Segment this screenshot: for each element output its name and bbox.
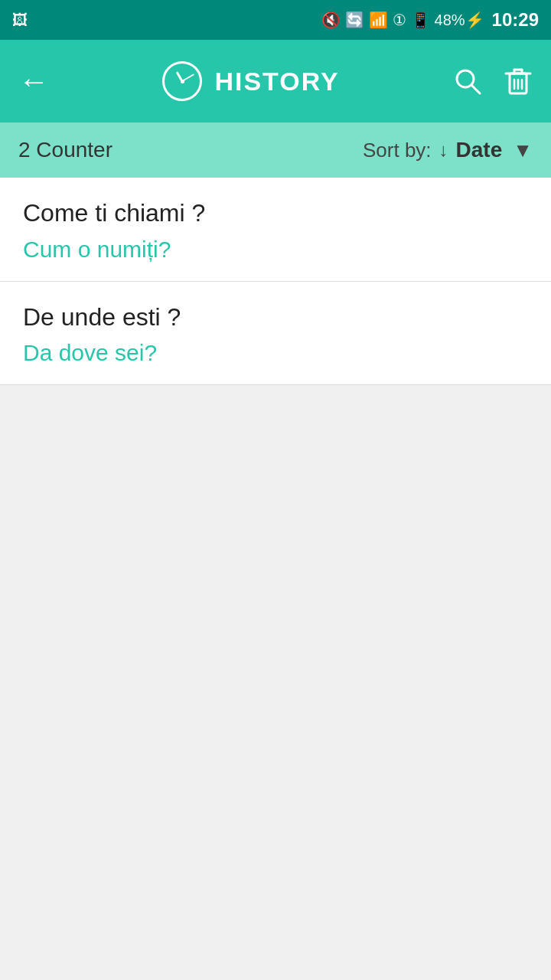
- svg-line-1: [471, 85, 480, 93]
- sort-label: Sort by:: [363, 139, 432, 162]
- sim-icon: ①: [393, 11, 406, 29]
- app-bar-title: HISTORY: [214, 67, 339, 96]
- sort-dropdown-icon[interactable]: ▼: [513, 139, 533, 162]
- mute-icon: 🔇: [321, 11, 341, 29]
- item-secondary-text: Da dove sei?: [23, 338, 528, 368]
- counter-label: 2 Counter: [18, 138, 112, 162]
- item-secondary-text: Cum o numiți?: [23, 234, 528, 264]
- app-bar-actions: [453, 66, 533, 96]
- search-button[interactable]: [453, 67, 482, 96]
- status-time: 10:29: [492, 9, 539, 31]
- battery-indicator: 48%⚡: [435, 11, 484, 29]
- clock-center: [181, 80, 184, 83]
- list-item[interactable]: De unde esti ? Da dove sei?: [0, 282, 551, 386]
- sync-icon: 🔄: [345, 11, 364, 29]
- item-primary-text: De unde esti ?: [23, 302, 528, 334]
- clock-icon: [162, 61, 202, 101]
- back-arrow-icon: ←: [18, 64, 49, 99]
- app-bar: ← HISTORY: [0, 40, 551, 122]
- status-bar: 🖼 🔇 🔄 📶 ① 📱 48%⚡ 10:29: [0, 0, 551, 40]
- search-icon: [453, 67, 482, 96]
- trash-icon: [504, 66, 533, 96]
- screenshot-icon: 🖼: [12, 11, 28, 29]
- sort-controls[interactable]: Sort by: ↓ Date ▼: [363, 138, 533, 162]
- filter-bar: 2 Counter Sort by: ↓ Date ▼: [0, 122, 551, 178]
- app-bar-title-section: HISTORY: [64, 61, 438, 101]
- item-primary-text: Come ti chiami ?: [23, 198, 528, 230]
- signal-icon: 📱: [411, 11, 430, 29]
- list-item[interactable]: Come ti chiami ? Cum o numiți?: [0, 178, 551, 282]
- back-button[interactable]: ←: [18, 64, 49, 99]
- battery-percent: 48%: [435, 11, 465, 28]
- list-container: Come ti chiami ? Cum o numiți? De unde e…: [0, 178, 551, 980]
- status-bar-right: 🔇 🔄 📶 ① 📱 48%⚡ 10:29: [321, 9, 539, 31]
- wifi-icon: 📶: [369, 11, 388, 29]
- delete-button[interactable]: [504, 66, 533, 96]
- sort-direction-icon: ↓: [439, 139, 448, 161]
- status-bar-left: 🖼: [12, 11, 28, 29]
- sort-value: Date: [456, 138, 503, 162]
